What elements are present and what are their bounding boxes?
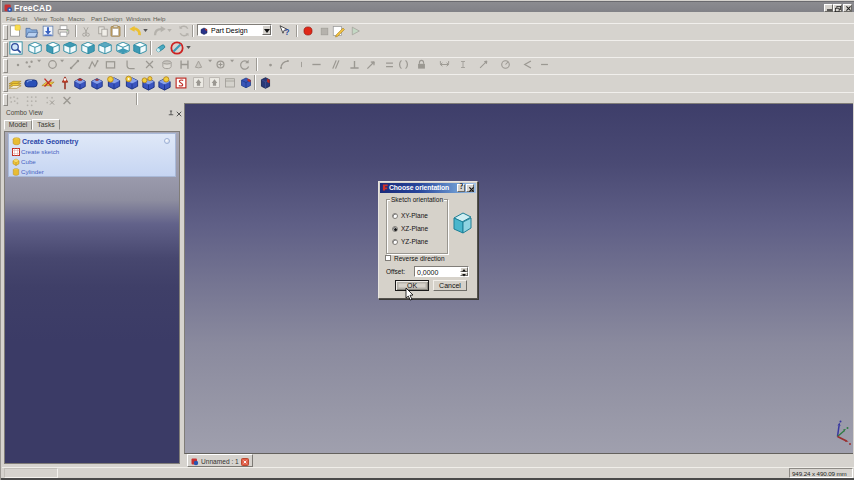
svg-text:?: ?: [285, 28, 290, 37]
